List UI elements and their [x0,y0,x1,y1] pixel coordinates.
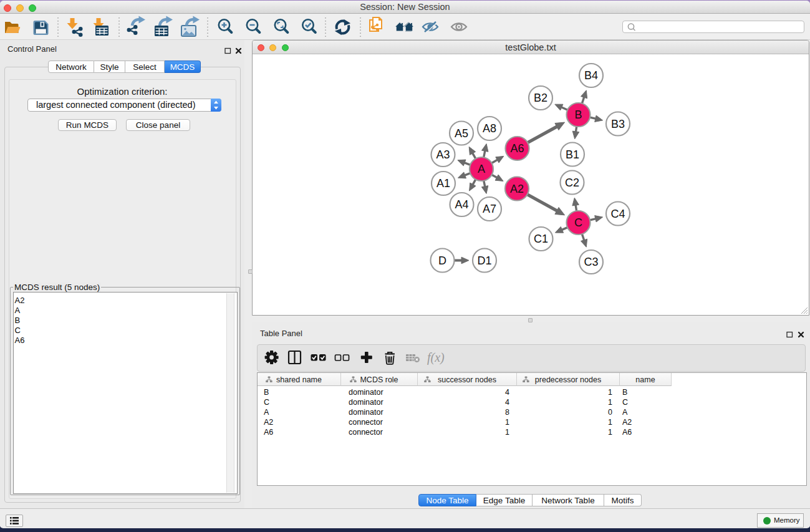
svg-text:B3: B3 [611,118,625,130]
svg-text:B2: B2 [534,92,547,104]
svg-text:A: A [478,163,485,175]
svg-text:D1: D1 [477,254,491,267]
svg-text:C: C [574,216,582,229]
svg-text:A6: A6 [510,142,524,155]
svg-text:C1: C1 [534,233,548,245]
svg-text:B: B [574,109,582,121]
svg-text:D: D [438,254,446,267]
svg-text:A3: A3 [436,148,450,161]
svg-text:C2: C2 [565,177,579,189]
svg-text:C4: C4 [610,208,625,220]
svg-text:A5: A5 [455,127,468,140]
svg-text:A4: A4 [455,198,468,211]
svg-text:f(x): f(x) [427,351,445,365]
svg-text:B4: B4 [584,69,598,82]
svg-text:A2: A2 [510,183,524,195]
svg-text:C3: C3 [584,256,598,268]
svg-text:A1: A1 [436,177,450,190]
svg-text:B1: B1 [566,148,579,161]
svg-text:A8: A8 [483,122,496,135]
svg-text:A7: A7 [483,203,496,215]
